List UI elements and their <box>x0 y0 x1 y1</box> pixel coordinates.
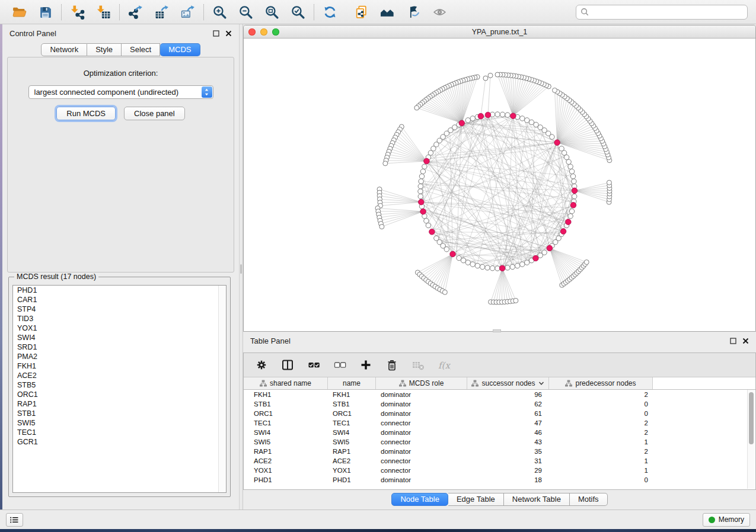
table-tab-motifs[interactable]: Motifs <box>570 493 608 506</box>
column-header-MCDS-role[interactable]: MCDS role <box>376 377 467 389</box>
network-node[interactable] <box>442 290 447 294</box>
zoom-fit-button[interactable] <box>264 4 280 20</box>
mcds-hub-node[interactable] <box>572 188 578 194</box>
close-panel-button[interactable]: Close panel <box>124 107 185 120</box>
network-node[interactable] <box>418 189 423 194</box>
network-node[interactable] <box>607 180 611 185</box>
criterion-dropdown[interactable]: largest connected component (undirected) <box>28 85 213 99</box>
network-node[interactable] <box>553 88 557 92</box>
network-node[interactable] <box>495 112 500 117</box>
table-row[interactable]: ORC1ORC1dominator610 <box>244 409 747 418</box>
export-network-button[interactable] <box>127 4 143 20</box>
mcds-hub-node[interactable] <box>570 202 576 208</box>
table-tab-node-table[interactable]: Node Table <box>391 493 448 506</box>
network-node[interactable] <box>420 169 425 174</box>
network-node[interactable] <box>414 105 419 110</box>
network-node[interactable] <box>569 209 574 213</box>
network-node[interactable] <box>495 72 500 77</box>
table-row[interactable]: RAP1RAP1dominator352 <box>244 447 747 456</box>
export-image-button[interactable] <box>180 4 196 20</box>
mcds-hub-node[interactable] <box>499 265 505 271</box>
network-node[interactable] <box>505 113 510 117</box>
table-row[interactable]: TEC1TEC1connector472 <box>244 418 747 428</box>
scrollbar-thumb[interactable] <box>749 392 754 444</box>
task-history-button[interactable] <box>6 513 23 527</box>
mcds-node-item[interactable]: TID3 <box>13 314 226 323</box>
network-node[interactable] <box>513 298 518 303</box>
run-mcds-button[interactable]: Run MCDS <box>56 107 116 120</box>
network-node[interactable] <box>444 247 449 252</box>
table-row[interactable]: ACE2ACE2connector311 <box>244 456 747 466</box>
mcds-node-item[interactable]: RAP1 <box>13 399 226 409</box>
float-table-panel-icon[interactable] <box>730 338 736 344</box>
network-node[interactable] <box>568 214 573 219</box>
column-header-name[interactable]: name <box>328 377 376 389</box>
table-tab-edge-table[interactable]: Edge Table <box>448 493 504 506</box>
mcds-node-item[interactable]: FKH1 <box>13 361 226 371</box>
network-node[interactable] <box>465 118 470 123</box>
mcds-node-item[interactable]: ACE2 <box>13 371 226 380</box>
table-row[interactable]: YOX1YOX1connector291 <box>244 466 747 475</box>
mcds-node-item[interactable]: CAR1 <box>13 295 226 305</box>
zoom-in-button[interactable] <box>212 4 228 20</box>
zoom-selected-button[interactable] <box>290 4 306 20</box>
column-header-shared-name[interactable]: shared name <box>244 377 328 389</box>
network-node[interactable] <box>379 225 384 229</box>
mcds-node-item[interactable]: STB5 <box>13 380 226 390</box>
mcds-hub-node[interactable] <box>478 113 484 119</box>
network-node[interactable] <box>495 266 500 271</box>
tab-select[interactable]: Select <box>122 43 160 56</box>
network-node[interactable] <box>525 260 529 265</box>
column-header-predecessor-nodes[interactable]: predecessor nodes <box>549 377 653 389</box>
import-network-button[interactable] <box>69 4 85 20</box>
network-node[interactable] <box>418 194 423 198</box>
mcds-node-item[interactable]: PMA2 <box>13 352 226 361</box>
mcds-node-item[interactable]: YOX1 <box>13 323 226 333</box>
mcds-hub-node[interactable] <box>450 251 456 257</box>
memory-button[interactable]: Memory <box>703 513 750 527</box>
mcds-hub-node[interactable] <box>420 209 426 214</box>
network-node[interactable] <box>488 73 493 78</box>
network-node[interactable] <box>566 159 571 164</box>
mcds-hub-node[interactable] <box>418 199 424 205</box>
close-panel-icon[interactable] <box>225 30 232 37</box>
network-node[interactable] <box>470 116 475 121</box>
deselect-all-button[interactable] <box>331 357 347 373</box>
horizontal-splitter[interactable] <box>493 329 501 332</box>
network-node[interactable] <box>475 263 480 268</box>
network-node[interactable] <box>383 161 388 166</box>
function-builder-button[interactable]: f(x) <box>436 357 452 373</box>
table-row[interactable]: FKH1FKH1dominator962 <box>244 390 747 399</box>
mcds-hub-node[interactable] <box>459 120 465 126</box>
mcds-node-item[interactable]: STP4 <box>13 305 226 314</box>
mcds-hub-node[interactable] <box>554 140 560 146</box>
mcds-hub-node[interactable] <box>511 113 516 119</box>
mcds-hub-node[interactable] <box>424 158 430 164</box>
network-node[interactable] <box>569 169 574 174</box>
mcds-node-item[interactable]: ORC1 <box>13 390 226 399</box>
network-node[interactable] <box>419 179 423 184</box>
import-table-button[interactable] <box>95 4 111 20</box>
network-node[interactable] <box>461 258 465 262</box>
table-tab-network-table[interactable]: Network Table <box>504 493 570 506</box>
delete-table-button[interactable] <box>410 357 426 373</box>
network-node[interactable] <box>572 194 577 198</box>
network-node[interactable] <box>480 264 484 269</box>
mcds-node-item[interactable]: STB1 <box>13 409 226 418</box>
mcds-node-item[interactable]: SWI5 <box>13 418 226 428</box>
add-button[interactable] <box>358 357 374 373</box>
network-node[interactable] <box>542 250 547 255</box>
mcds-node-item[interactable]: TEC1 <box>13 428 226 437</box>
tab-style[interactable]: Style <box>87 43 122 56</box>
table-row[interactable]: SWI5SWI5connector431 <box>244 437 747 447</box>
network-node[interactable] <box>419 174 424 178</box>
vertical-splitter[interactable] <box>239 24 243 509</box>
network-node[interactable] <box>500 112 505 117</box>
network-node[interactable] <box>568 164 573 169</box>
save-session-button[interactable] <box>37 4 53 20</box>
table-row[interactable]: STB1STB1dominator620 <box>244 399 747 409</box>
network-node[interactable] <box>505 265 510 270</box>
export-table-button[interactable] <box>154 4 170 20</box>
network-node[interactable] <box>490 266 495 271</box>
search-input[interactable] <box>592 8 743 17</box>
